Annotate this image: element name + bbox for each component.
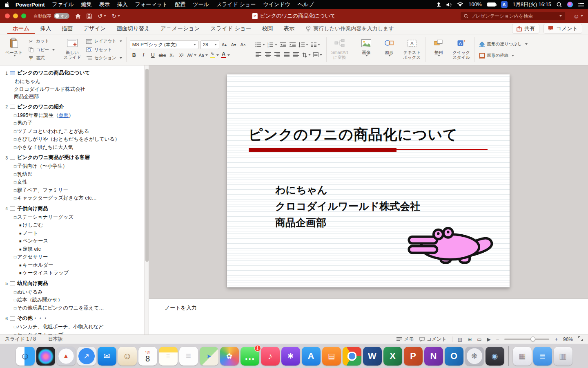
text-direction-button[interactable]	[301, 51, 312, 59]
outline-line[interactable]: ■ノート	[0, 229, 149, 238]
undo-button[interactable]: ↺	[98, 13, 106, 19]
slide-subtitle-block[interactable]: わにちゃんクロコダイルワールド株式会社商品企画部	[275, 182, 420, 231]
slide-thumbnail-icon[interactable]	[10, 105, 15, 109]
outline-line[interactable]: ■ペンケース	[0, 237, 149, 245]
cut-button[interactable]: ✂カット	[26, 38, 56, 45]
bold-button[interactable]: B	[130, 51, 138, 59]
shrink-font-button[interactable]: A▾	[229, 40, 238, 49]
menu-item-3[interactable]: 挿入	[114, 1, 131, 8]
menubar-clock[interactable]: 1月8日(火) 16:15	[513, 1, 551, 8]
slide-1[interactable]: ピンクのワニの商品化について わにちゃんクロコダイルワールド株式会社商品企画部	[227, 74, 510, 287]
increase-indent-button[interactable]	[288, 40, 297, 49]
outline-line[interactable]: □小さな子供たちに大人気	[0, 144, 149, 152]
line-spacing-button[interactable]	[298, 40, 309, 49]
distribute-text-button[interactable]	[292, 51, 301, 59]
align-text-button[interactable]	[312, 51, 323, 59]
smartart-convert-button[interactable]: SmartArt に変換	[328, 36, 351, 63]
window-zoom-button[interactable]	[21, 13, 26, 18]
dock-system-preferences[interactable]: ❋	[465, 347, 484, 366]
search-scope-arrow[interactable]	[559, 15, 562, 17]
outline-line[interactable]: □キャラクターグッズ好きな方 etc…	[0, 194, 149, 202]
outline-line[interactable]: □ぬいぐるみ	[0, 288, 149, 296]
strikethrough-button[interactable]: abc	[158, 51, 167, 59]
menu-item-9[interactable]: ヘルプ	[294, 1, 318, 8]
ribbon-tab-デザイン[interactable]: デザイン	[78, 23, 111, 34]
comments-toggle-button[interactable]: コメント	[419, 336, 447, 343]
dock-trash[interactable]: ▥	[554, 347, 572, 366]
columns-button[interactable]	[310, 40, 321, 49]
outline-scrollbar[interactable]	[144, 65, 149, 334]
undo-dropdown-arrow[interactable]	[104, 15, 106, 17]
ribbon-tab-スライド ショー[interactable]: スライド ショー	[205, 23, 256, 34]
zoom-slider-knob[interactable]	[530, 337, 535, 341]
italic-button[interactable]: I	[139, 51, 148, 59]
ribbon-tab-挿入[interactable]: 挿入	[35, 23, 56, 34]
siri-icon[interactable]	[567, 2, 573, 7]
slide-thumbnail-icon[interactable]	[10, 206, 15, 211]
dock-siri[interactable]	[36, 347, 55, 366]
normal-view-button[interactable]: ▤	[458, 337, 462, 342]
dock-outlook[interactable]: O	[445, 347, 463, 366]
redo-button[interactable]: ↻	[112, 13, 120, 19]
spotlight-icon[interactable]	[557, 2, 562, 7]
input-source-icon[interactable]: A	[501, 1, 508, 8]
zoom-in-button[interactable]: +	[555, 336, 558, 342]
outline-scrollbar-thumb[interactable]	[145, 69, 149, 262]
share-button[interactable]: 共有	[512, 24, 539, 34]
ribbon-tab-表示[interactable]: 表示	[278, 23, 300, 34]
dock-mail[interactable]: ✉	[98, 347, 116, 366]
outline-line[interactable]: □子供向け（〜小学生）	[0, 162, 149, 171]
dock-word[interactable]: W	[363, 347, 382, 366]
dock-app-store[interactable]: A	[302, 347, 321, 366]
menu-item-6[interactable]: ツール	[189, 1, 213, 8]
menu-item-4[interactable]: フォーマット	[131, 1, 172, 8]
comments-button[interactable]: コメント	[543, 24, 582, 34]
quick-styles-button[interactable]: A クイック スタイル	[450, 36, 473, 63]
shapes-button[interactable]: 図形	[378, 36, 401, 63]
pink-crocodile-image[interactable]	[407, 227, 496, 266]
outline-line[interactable]: □男の子	[0, 119, 149, 128]
dock-photo-booth[interactable]: ◉	[486, 347, 504, 366]
dock-finder[interactable]: ☺	[16, 347, 35, 366]
slide-title[interactable]: ピンクのワニの商品化について	[248, 125, 458, 144]
format-painter-button[interactable]: 書式	[26, 54, 56, 62]
window-close-button[interactable]	[5, 13, 10, 18]
menu-item-1[interactable]: 編集	[78, 1, 96, 8]
presentation-search-input[interactable]: プレゼンテーション内を検索	[461, 12, 565, 20]
highlight-color-button[interactable]: ✎	[209, 51, 220, 59]
feedback-smiley-button[interactable]: ☺	[573, 13, 583, 20]
window-minimize-button[interactable]	[13, 13, 18, 18]
outline-line[interactable]: □その他玩具にピンクのワニを添えて…	[0, 304, 149, 312]
menu-item-5[interactable]: 配置	[171, 1, 189, 8]
dock-photos[interactable]: ✿	[220, 347, 239, 366]
dock-launchpad[interactable]: ▲	[57, 347, 76, 366]
menu-item-0[interactable]: ファイル	[49, 1, 78, 8]
picture-button[interactable]: 画像	[355, 36, 378, 63]
underline-button[interactable]: U	[149, 51, 157, 59]
dock-safari[interactable]: ↗	[77, 347, 96, 366]
ribbon-tab-ホーム[interactable]: ホーム	[7, 23, 35, 34]
dock-messages[interactable]: …1	[241, 347, 259, 366]
outline-line[interactable]: クロコダイルワールド株式会社	[0, 85, 149, 93]
clear-formatting-button[interactable]: A×	[239, 40, 247, 49]
reading-view-button[interactable]: ▭	[477, 337, 481, 342]
dock-music[interactable]: ♪	[261, 347, 280, 366]
grow-font-button[interactable]: A▴	[220, 40, 229, 49]
numbering-button[interactable]: 123	[267, 40, 278, 49]
outline-line[interactable]: □アクセサリー	[0, 253, 149, 261]
outline-slide-title[interactable]: 幼児向け商品	[17, 280, 48, 287]
dock-onenote[interactable]: N	[424, 347, 443, 366]
outline-line[interactable]: □絵本（読み聞かせ）	[0, 296, 149, 304]
shape-outline-button[interactable]: 図形の枠線	[477, 52, 529, 59]
outline-line[interactable]: □女性	[0, 178, 149, 186]
dock-pictures-stack[interactable]: ▦	[513, 347, 532, 366]
dock-contacts[interactable]: ☺	[118, 347, 137, 366]
zoom-slider[interactable]	[504, 339, 549, 340]
dock-reminders[interactable]: ☰	[179, 347, 198, 366]
outline-line[interactable]: □1995年春に誕生（参照）	[0, 112, 149, 120]
outline-slide-title[interactable]: ピンクのワニ商品が受ける客層	[17, 154, 90, 161]
menu-item-7[interactable]: スライド ショー	[213, 1, 259, 8]
decrease-indent-button[interactable]	[279, 40, 287, 49]
font-name-combo[interactable]: MS Pゴシック (本文)	[130, 40, 198, 49]
slide-thumbnail-icon[interactable]	[10, 156, 15, 160]
